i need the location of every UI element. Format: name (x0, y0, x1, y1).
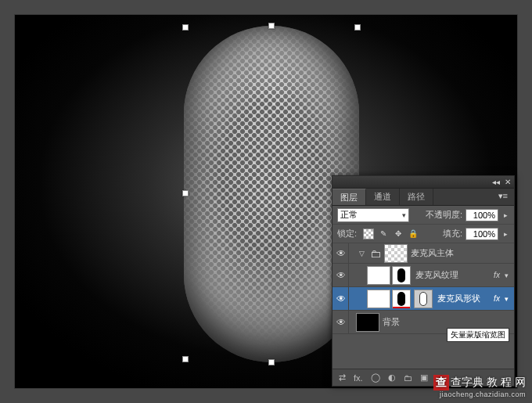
group-toggle-icon[interactable]: ▽ (356, 250, 367, 257)
panel-titlebar: ◂◂ ✕ (332, 176, 514, 189)
layer-row-shape[interactable]: 👁 麦克风形状 fx ▾ (332, 287, 514, 311)
panel-menu-icon[interactable]: ▾≡ (492, 189, 514, 205)
fill-chevron-icon[interactable]: ▸ (501, 230, 509, 238)
layer-group-row[interactable]: 👁 ▽ 🗀 麦克风主体 (332, 243, 514, 264)
layer-mask-thumb[interactable] (392, 266, 411, 285)
group-mask-thumb[interactable] (384, 244, 408, 263)
opacity-label: 不透明度: (426, 209, 462, 221)
layers-list: 👁 ▽ 🗀 麦克风主体 👁 麦克风纹理 fx ▾ 👁 麦克风形状 fx (332, 243, 514, 362)
layers-panel: ◂◂ ✕ 图层 通道 路径 ▾≡ 正常 不透明度: 100% ▸ 锁定: ✎ ✥… (332, 175, 515, 387)
transform-handle[interactable] (182, 190, 189, 196)
panel-tabs: 图层 通道 路径 ▾≡ (332, 189, 514, 206)
layer-thumb[interactable] (356, 313, 379, 332)
delete-layer-icon[interactable]: 🗑 (436, 373, 444, 383)
opacity-input[interactable]: 100% (466, 209, 498, 221)
fx-badge[interactable]: fx (489, 294, 505, 303)
tab-channels[interactable]: 通道 (366, 189, 400, 205)
folder-icon: 🗀 (367, 247, 384, 260)
visibility-icon[interactable]: 👁 (334, 293, 348, 304)
blend-opacity-row: 正常 不透明度: 100% ▸ (332, 206, 514, 225)
transform-handle[interactable] (354, 24, 361, 31)
tab-paths[interactable]: 路径 (400, 189, 433, 205)
fx-chevron-icon[interactable]: ▾ (505, 272, 514, 279)
blend-mode-select[interactable]: 正常 (337, 208, 409, 222)
collapse-icon[interactable]: ◂◂ (492, 178, 500, 186)
lock-transparent-icon[interactable] (363, 228, 374, 239)
layer-name[interactable]: 麦克风纹理 (414, 269, 489, 281)
vector-mask-tooltip: 矢量蒙版缩览图 (447, 328, 509, 342)
lock-buttons: ✎ ✥ 🔒 (363, 228, 419, 239)
layer-row-texture[interactable]: 👁 麦克风纹理 fx ▾ (332, 264, 514, 287)
layer-name[interactable]: 麦克风形状 (436, 293, 489, 304)
fx-menu-icon[interactable]: fx. (354, 373, 363, 383)
watermark-url: jiaocheng.chazidian.com (433, 390, 526, 398)
vector-mask-thumb[interactable] (414, 290, 433, 308)
lock-pixels-icon[interactable]: ✎ (378, 228, 389, 239)
new-group-icon[interactable]: 🗀 (404, 373, 412, 383)
visibility-icon[interactable]: 👁 (334, 270, 348, 281)
fill-input[interactable]: 100% (466, 228, 498, 240)
fill-label: 填充: (443, 228, 462, 239)
fx-badge[interactable]: fx (489, 271, 505, 279)
opacity-chevron-icon[interactable]: ▸ (501, 211, 509, 219)
transform-handle[interactable] (182, 356, 189, 362)
new-layer-icon[interactable]: ▣ (420, 372, 428, 383)
add-mask-icon[interactable]: ◯ (371, 372, 380, 383)
close-icon[interactable]: ✕ (505, 178, 511, 186)
lock-label: 锁定: (337, 228, 357, 239)
visibility-icon[interactable]: 👁 (334, 317, 348, 328)
lock-fill-row: 锁定: ✎ ✥ 🔒 填充: 100% ▸ (332, 225, 514, 243)
lock-position-icon[interactable]: ✥ (393, 228, 404, 239)
adjustment-layer-icon[interactable]: ◐ (388, 372, 396, 383)
layer-name[interactable]: 背景 (381, 316, 514, 328)
lock-all-icon[interactable]: 🔒 (408, 228, 419, 239)
layer-thumb[interactable] (367, 290, 390, 308)
layer-name[interactable]: 麦克风主体 (409, 247, 514, 259)
panel-footer: ⇄ fx. ◯ ◐ 🗀 ▣ 🗑 (332, 369, 514, 386)
tab-layers[interactable]: 图层 (332, 189, 366, 205)
layer-thumb[interactable] (367, 266, 390, 285)
transform-handle[interactable] (182, 24, 189, 31)
transform-handle[interactable] (268, 23, 275, 29)
visibility-icon[interactable]: 👁 (334, 248, 348, 259)
link-layers-icon[interactable]: ⇄ (339, 372, 346, 383)
transform-handle[interactable] (268, 359, 275, 365)
fx-chevron-icon[interactable]: ▾ (505, 295, 514, 303)
layer-mask-thumb[interactable] (392, 290, 411, 308)
